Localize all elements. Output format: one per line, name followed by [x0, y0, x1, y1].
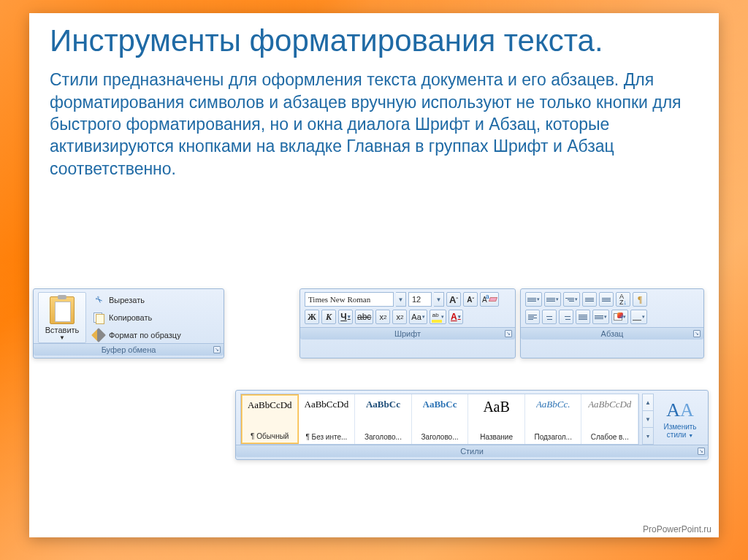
change-case-button[interactable]: Aa — [409, 310, 427, 324]
brush-icon — [93, 329, 104, 341]
dialog-launcher-icon[interactable]: ↘ — [693, 330, 701, 337]
grow-font-button[interactable]: Aˆ — [446, 292, 461, 307]
align-right-icon — [562, 315, 570, 320]
style-preview: AaBbCc — [423, 399, 457, 410]
expand-gallery-icon[interactable]: ▾ — [643, 428, 653, 444]
superscript-button[interactable]: x2 — [392, 310, 407, 324]
borders-icon — [633, 313, 641, 321]
scroll-up-icon[interactable]: ▲ — [643, 394, 653, 411]
decrease-indent-button[interactable] — [582, 292, 597, 307]
change-styles-label: Изменить стили ▼ — [657, 423, 703, 439]
style-preview: AaBbCc. — [536, 399, 570, 410]
style-preview: АаВ — [483, 399, 509, 415]
clear-formatting-button[interactable]: Aa — [480, 292, 499, 307]
format-painter-button[interactable]: Формат по образцу — [91, 328, 219, 342]
clipboard-icon — [50, 296, 75, 324]
styles-gallery: AaBbCcDd¶ ОбычныйAaBbCcDd¶ Без инте...Aa… — [240, 394, 639, 445]
align-right-button[interactable] — [559, 310, 573, 324]
font-group-label: Шрифт ↘ — [300, 327, 515, 340]
highlight-icon — [432, 312, 440, 321]
styles-group-label: Стили ↘ — [236, 445, 708, 457]
dialog-launcher-icon[interactable]: ↘ — [213, 346, 221, 353]
style-name: Подзагол... — [527, 433, 580, 441]
footer-credit: ProPowerPoint.ru — [643, 524, 711, 534]
italic-button[interactable]: К — [321, 310, 336, 324]
highlight-button[interactable] — [430, 310, 446, 324]
font-group: Times New Roman ▼ 12 ▼ Aˆ Aˇ Aa Ж К Ч ab… — [299, 288, 516, 358]
gallery-scroll[interactable]: ▲ ▼ ▾ — [642, 394, 654, 445]
copy-icon — [93, 312, 104, 323]
style-preview: AaBbCcDd — [588, 399, 631, 410]
shading-button[interactable] — [611, 310, 628, 324]
sort-icon: AZ↓ — [619, 294, 627, 305]
chevron-down-icon[interactable]: ▼ — [396, 292, 406, 307]
bullets-icon — [527, 298, 536, 302]
style-name: Заголово... — [413, 433, 467, 441]
style-name: ¶ Без инте... — [300, 433, 354, 441]
numbering-icon — [546, 298, 555, 302]
dialog-launcher-icon[interactable]: ↘ — [698, 448, 705, 455]
format-painter-label: Формат по образцу — [109, 331, 181, 340]
style-name: Слабое в... — [583, 433, 636, 441]
scroll-down-icon[interactable]: ▼ — [643, 411, 653, 428]
decrease-indent-icon — [585, 298, 594, 302]
style-preview: AaBbCcDd — [248, 399, 292, 411]
align-center-icon — [545, 315, 554, 320]
bullets-button[interactable] — [525, 292, 542, 307]
slide: Инструменты форматирования текста. Стили… — [29, 13, 719, 537]
shrink-font-button[interactable]: Aˇ — [463, 292, 478, 307]
align-left-icon — [528, 315, 537, 320]
change-styles-button[interactable]: AA Изменить стили ▼ — [657, 394, 703, 445]
chevron-down-icon[interactable]: ▼ — [434, 292, 444, 307]
sort-button[interactable]: AZ↓ — [616, 292, 630, 307]
line-spacing-icon — [595, 315, 603, 319]
copy-label: Копировать — [109, 313, 152, 322]
font-name-combo[interactable]: Times New Roman — [305, 292, 394, 307]
slide-title: Инструменты форматирования текста. — [50, 23, 698, 58]
multilevel-icon — [565, 298, 574, 302]
style-item[interactable]: AaBbCc.Подзагол... — [525, 394, 582, 444]
font-size-combo[interactable]: 12 — [408, 292, 432, 307]
underline-button[interactable]: Ч — [338, 310, 353, 324]
bold-button[interactable]: Ж — [305, 310, 319, 324]
clipboard-group-label: Буфер обмена ↘ — [34, 343, 224, 356]
style-item[interactable]: AaBbCcDdСлабое в... — [581, 394, 638, 444]
justify-button[interactable] — [576, 310, 590, 324]
eraser-icon — [489, 297, 497, 302]
style-item[interactable]: AaBbCcDd¶ Без инте... — [299, 394, 356, 444]
show-marks-button[interactable]: ¶ — [633, 292, 647, 307]
style-item[interactable]: AaBbCcЗаголово... — [412, 394, 469, 444]
paste-button[interactable]: Вставить ▼ — [38, 292, 86, 343]
subscript-button[interactable]: x2 — [375, 310, 390, 324]
clipboard-group: Вставить ▼ ✂ Вырезать Копировать Формат … — [33, 288, 224, 358]
borders-button[interactable] — [630, 310, 647, 324]
align-left-button[interactable] — [525, 310, 540, 324]
cut-button[interactable]: ✂ Вырезать — [91, 293, 219, 307]
paste-label: Вставить — [45, 326, 80, 334]
style-preview: AaBbCc — [366, 399, 400, 410]
chevron-down-icon[interactable]: ▼ — [59, 334, 65, 341]
style-item[interactable]: AaBbCcDd¶ Обычный — [241, 394, 299, 444]
increase-indent-icon — [602, 298, 611, 302]
dialog-launcher-icon[interactable]: ↘ — [505, 330, 512, 337]
multilevel-button[interactable] — [563, 292, 580, 307]
paragraph-group-label: Абзац ↘ — [521, 327, 703, 340]
style-item[interactable]: AaBbCcЗаголово... — [355, 394, 412, 444]
font-color-button[interactable]: A — [449, 310, 463, 324]
align-center-button[interactable] — [542, 310, 557, 324]
style-name: Название — [470, 433, 523, 441]
change-styles-icon: AA — [666, 399, 694, 421]
strikethrough-button[interactable]: abc — [355, 310, 373, 324]
line-spacing-button[interactable] — [592, 310, 609, 324]
increase-indent-button[interactable] — [599, 292, 614, 307]
numbering-button[interactable] — [544, 292, 561, 307]
style-name: ¶ Обычный — [243, 432, 297, 440]
style-preview: AaBbCcDd — [305, 399, 349, 410]
style-item[interactable]: АаВНазвание — [468, 394, 525, 444]
styles-group: AaBbCcDd¶ ОбычныйAaBbCcDd¶ Без инте...Aa… — [235, 390, 709, 460]
justify-icon — [579, 315, 587, 320]
cut-label: Вырезать — [109, 296, 145, 304]
paragraph-group: AZ↓ ¶ — [520, 288, 704, 358]
copy-button[interactable]: Копировать — [91, 310, 219, 325]
scissors-icon: ✂ — [91, 292, 107, 309]
